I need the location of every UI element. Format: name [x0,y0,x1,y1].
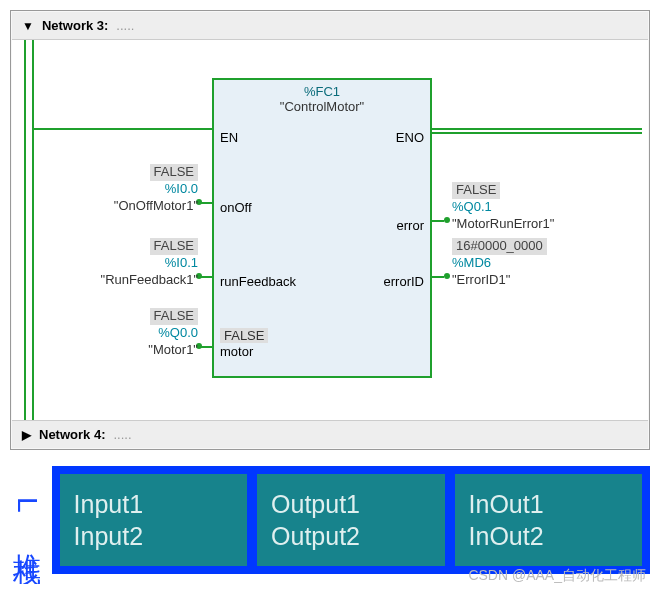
network-title: Network 4: [39,427,105,442]
port-runfeedback: runFeedback [220,274,296,289]
stack-line: Input1 [74,488,247,521]
stack-boxes: Input1 Input2 Output1 Output2 InOut1 InO… [52,466,650,574]
network-comment: ..... [113,427,131,442]
port-motor-val: FALSE [220,328,268,343]
address: %I0.1 [165,255,198,270]
param-onoff[interactable]: FALSE %I0.0 "OnOffMotor1" [48,164,198,215]
address: %Q0.1 [452,199,492,214]
l-stack-label: L 堆栈 [10,497,44,543]
value-badge: FALSE [452,182,500,199]
wire-stub [432,276,444,278]
fc-block[interactable]: %FC1 "ControlMotor" EN ENO onOff error r… [212,78,432,378]
network-3-body: %FC1 "ControlMotor" EN ENO onOff error r… [12,40,648,420]
block-type: %FC1 [214,80,430,99]
port-eno: ENO [396,130,424,145]
tag-name: "RunFeedback1" [101,272,198,287]
port-error: error [397,218,424,233]
network-title: Network 3: [42,18,108,33]
stack-line: InOut2 [469,520,642,553]
stack-line: Input2 [74,520,247,553]
l-stack-panel: L 堆栈 Input1 Input2 Output1 Output2 InOut… [10,466,650,574]
network-3-header[interactable]: ▼ Network 3: ..... [12,12,648,40]
wire-eno [432,128,642,134]
terminal-dot [444,273,450,279]
stack-box-output: Output1 Output2 [257,474,444,566]
param-motor[interactable]: FALSE %Q0.0 "Motor1" [48,308,198,359]
param-errorid[interactable]: 16#0000_0000 %MD6 "ErrorID1" [452,238,602,289]
expand-icon[interactable]: ▶ [22,429,31,441]
tag-name: "MotorRunError1" [452,216,554,231]
stack-line: Output2 [271,520,444,553]
watermark: CSDN @AAA_自动化工程师 [468,567,646,584]
address: %Q0.0 [158,325,198,340]
value-badge: FALSE [150,238,198,255]
plc-editor-panel: ▼ Network 3: ..... %FC1 "ControlMotor" E… [10,10,650,450]
stack-line: Output1 [271,488,444,521]
collapse-icon[interactable]: ▼ [22,20,34,32]
power-rail [24,40,34,420]
address: %I0.0 [165,181,198,196]
stack-box-inout: InOut1 InOut2 [455,474,642,566]
port-motor: motor [220,344,253,359]
tag-name: "ErrorID1" [452,272,510,287]
address: %MD6 [452,255,491,270]
block-name: "ControlMotor" [214,99,430,120]
value-badge: 16#0000_0000 [452,238,547,255]
terminal-dot [444,217,450,223]
wire-stub [432,220,444,222]
port-onoff: onOff [220,200,252,215]
port-en: EN [220,130,238,145]
tag-name: "OnOffMotor1" [114,198,198,213]
param-runfeedback[interactable]: FALSE %I0.1 "RunFeedback1" [48,238,198,289]
value-badge: FALSE [150,308,198,325]
stack-line: InOut1 [469,488,642,521]
network-comment: ..... [116,18,134,33]
port-errorid: errorID [384,274,424,289]
wire-en [32,128,212,130]
tag-name: "Motor1" [148,342,198,357]
value-badge: FALSE [150,164,198,181]
stack-box-input: Input1 Input2 [60,474,247,566]
network-4-header[interactable]: ▶ Network 4: ..... [12,420,648,448]
param-error[interactable]: FALSE %Q0.1 "MotorRunError1" [452,182,602,233]
